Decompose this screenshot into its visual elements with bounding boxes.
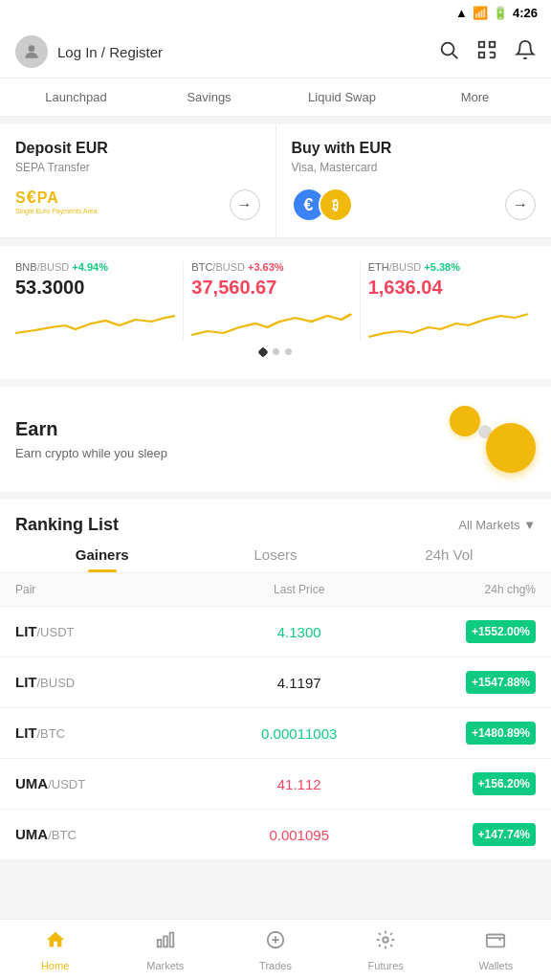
wallets-icon xyxy=(485,929,506,956)
promo-section: Deposit EUR SEPA Transfer S€PA Single Eu… xyxy=(0,124,551,238)
row5-pair-quote: /BTC xyxy=(48,828,77,842)
row1-chg: +1552.00% xyxy=(466,620,536,643)
bottom-nav-trades-label: Trades xyxy=(259,960,292,971)
nav-more[interactable]: More xyxy=(408,78,541,116)
earn-title: Earn xyxy=(15,418,167,440)
row2-price: 4.1197 xyxy=(205,675,394,691)
row5-chg: +147.74% xyxy=(473,823,536,846)
ticker-bnb[interactable]: BNB/BUSD +4.94% 53.3000 xyxy=(15,261,183,341)
nav-launchpad[interactable]: Launchpad xyxy=(10,78,143,116)
row3-price: 0.00011003 xyxy=(205,725,394,742)
ticker-btc[interactable]: BTC/BUSD +3.63% 37,560.67 xyxy=(183,261,359,341)
ticker-section: BNB/BUSD +4.94% 53.3000 BTC/BUSD +3.63% … xyxy=(0,246,551,379)
bottom-nav-markets[interactable]: Markets xyxy=(110,920,220,980)
bottom-nav-wallets-label: Wallets xyxy=(479,960,514,971)
futures-icon xyxy=(375,929,396,956)
row1-price: 4.1300 xyxy=(205,624,394,640)
deposit-arrow[interactable]: → xyxy=(230,189,260,220)
bottom-nav-futures[interactable]: Futures xyxy=(331,920,441,980)
svg-rect-5 xyxy=(479,52,485,57)
bottom-nav: Home Markets Trades Futures xyxy=(0,919,551,980)
bottom-nav-trades[interactable]: Trades xyxy=(220,920,330,980)
bottom-nav-futures-label: Futures xyxy=(368,960,404,971)
promo-buy-title: Buy with EUR xyxy=(292,140,537,157)
ticker-btc-pair: BTC/BUSD +3.63% xyxy=(191,261,351,273)
nav-liquid-swap[interactable]: Liquid Swap xyxy=(276,78,408,116)
ticker-eth-chart xyxy=(368,306,528,341)
tab-24h-vol[interactable]: 24h Vol xyxy=(363,546,536,572)
svg-rect-14 xyxy=(487,934,504,947)
col-chg: 24h chg% xyxy=(394,583,536,596)
table-row[interactable]: UMA/BTC 0.001095 +147.74% xyxy=(0,810,551,860)
table-row[interactable]: LIT/USDT 4.1300 +1552.00% xyxy=(0,607,551,657)
earn-coins-illustration xyxy=(440,406,536,473)
ticker-eth-price: 1,636.04 xyxy=(368,277,528,299)
notification-icon[interactable] xyxy=(515,39,536,65)
buy-coin-icons: € ₿ xyxy=(292,188,353,222)
row2-pair-main: LIT xyxy=(15,674,37,690)
svg-point-1 xyxy=(442,42,454,55)
promo-deposit-subtitle: SEPA Transfer xyxy=(15,161,260,174)
wifi-icon: ▲ xyxy=(455,6,468,20)
row4-pair-main: UMA xyxy=(15,775,48,791)
promo-buy-subtitle: Visa, Mastercard xyxy=(292,161,537,174)
login-link[interactable]: Log In / Register xyxy=(57,44,163,60)
bottom-nav-home-label: Home xyxy=(41,960,69,971)
row1-pair-main: LIT xyxy=(15,623,37,639)
svg-rect-10 xyxy=(164,936,167,947)
ticker-eth-pair: ETH/BUSD +5.38% xyxy=(368,261,528,273)
row5-price: 0.001095 xyxy=(205,827,394,843)
row2-chg: +1547.88% xyxy=(466,671,536,694)
earn-subtitle: Earn crypto while you sleep xyxy=(15,446,167,460)
svg-rect-11 xyxy=(169,932,173,947)
row5-pair-main: UMA xyxy=(15,826,48,842)
tab-losers[interactable]: Losers xyxy=(188,546,362,572)
tab-gainers[interactable]: Gainers xyxy=(15,546,188,572)
btc-coin-icon: ₿ xyxy=(319,188,353,222)
table-row[interactable]: UMA/USDT 41.112 +156.20% xyxy=(0,759,551,810)
pagination-dots xyxy=(15,341,536,364)
table-row[interactable]: LIT/BUSD 4.1197 +1547.88% xyxy=(0,657,551,708)
dot-active xyxy=(257,346,268,357)
ranking-section: Ranking List All Markets ▼ Gainers Loser… xyxy=(0,500,551,860)
ticker-btc-chart xyxy=(191,306,351,341)
search-icon[interactable] xyxy=(438,39,459,65)
nav-savings[interactable]: Savings xyxy=(143,78,276,116)
header: Log In / Register xyxy=(0,26,551,78)
avatar[interactable] xyxy=(15,35,48,68)
svg-point-0 xyxy=(29,45,35,52)
table-header: Pair Last Price 24h chg% xyxy=(0,573,551,607)
buy-arrow[interactable]: → xyxy=(505,189,536,220)
table-row[interactable]: LIT/BTC 0.00011003 +1480.89% xyxy=(0,708,551,759)
col-last-price: Last Price xyxy=(205,583,394,596)
row4-pair-quote: /USDT xyxy=(48,777,85,791)
status-bar: ▲ 📶 🔋 4:26 xyxy=(0,0,551,26)
dot-3 xyxy=(285,348,292,355)
ticker-bnb-price: 53.3000 xyxy=(15,277,175,299)
row1-pair-quote: /USDT xyxy=(37,625,75,639)
signal-icon: 📶 xyxy=(473,6,488,20)
sepa-logo: S€PA Single Euro Payments Area xyxy=(15,188,98,214)
ticker-eth[interactable]: ETH/BUSD +5.38% 1,636.04 xyxy=(360,261,536,341)
ticker-bnb-chart xyxy=(15,306,175,341)
bottom-nav-home[interactable]: Home xyxy=(0,920,110,980)
row3-chg: +1480.89% xyxy=(466,722,536,745)
svg-rect-3 xyxy=(479,41,485,47)
ticker-btc-price: 37,560.67 xyxy=(191,277,351,299)
earn-coin-big xyxy=(486,423,536,473)
bottom-nav-wallets[interactable]: Wallets xyxy=(441,920,551,980)
earn-section[interactable]: Earn Earn crypto while you sleep xyxy=(0,387,551,492)
all-markets-filter[interactable]: All Markets ▼ xyxy=(458,518,536,532)
promo-deposit-title: Deposit EUR xyxy=(15,140,260,157)
row2-pair-quote: /BUSD xyxy=(37,676,76,690)
promo-deposit[interactable]: Deposit EUR SEPA Transfer S€PA Single Eu… xyxy=(0,124,276,237)
scan-icon[interactable] xyxy=(476,39,497,65)
row3-pair-quote: /BTC xyxy=(37,726,66,741)
dot-2 xyxy=(273,348,279,355)
svg-rect-9 xyxy=(158,940,162,947)
battery-icon: 🔋 xyxy=(493,6,508,20)
markets-icon xyxy=(155,929,176,956)
ranking-title: Ranking List xyxy=(15,515,119,535)
promo-buy[interactable]: Buy with EUR Visa, Mastercard € ₿ → xyxy=(276,124,552,237)
home-icon xyxy=(45,929,66,956)
